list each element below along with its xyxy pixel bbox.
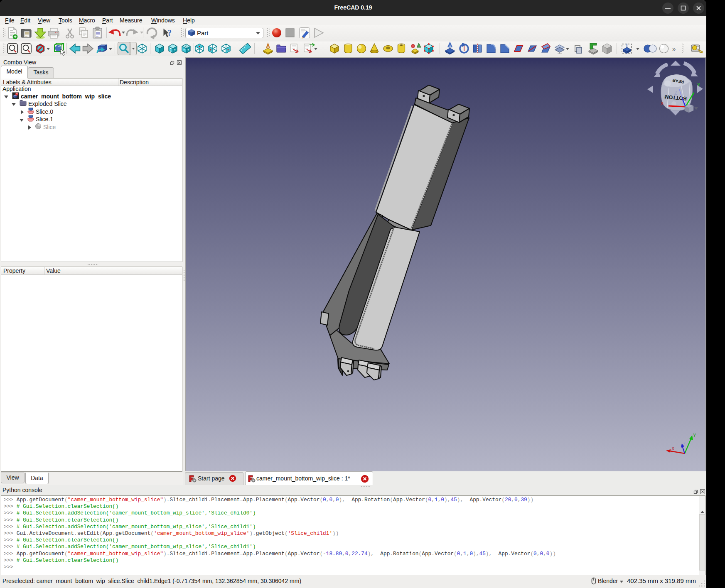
svg-text:»: » (672, 45, 676, 52)
svg-text:Y: Y (693, 433, 696, 438)
svg-text:Z: Z (674, 90, 677, 96)
svg-text:X: X (661, 101, 664, 106)
svg-text:Y: Y (697, 82, 700, 87)
svg-text:Part: Part (197, 29, 209, 37)
svg-text:?: ? (167, 28, 172, 37)
svg-text:x: x (672, 446, 674, 451)
svg-text:z: z (683, 441, 686, 445)
